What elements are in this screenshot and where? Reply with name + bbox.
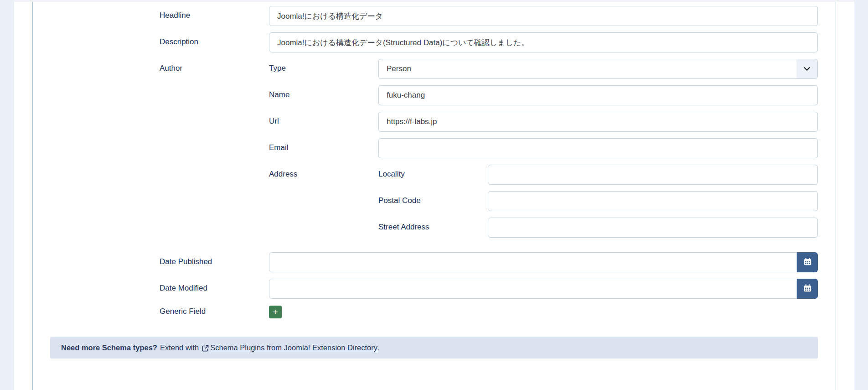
generic-field-label: Generic Field	[160, 305, 269, 318]
field-row-postal-code: Postal Code	[378, 191, 818, 211]
field-row-author-url: Url	[269, 112, 818, 132]
author-email-input[interactable]	[378, 138, 818, 158]
schema-form-card: Headline Description Author Type Person	[32, 2, 836, 390]
field-row-author-type: Type Person	[269, 59, 818, 79]
field-row-generic-field: Generic Field +	[50, 305, 818, 318]
generic-field-add-button[interactable]: +	[269, 306, 282, 318]
locality-input[interactable]	[488, 165, 818, 185]
author-url-label: Url	[269, 112, 378, 132]
schema-types-alert: Need more Schema types? Extend with Sche…	[50, 337, 818, 359]
author-label: Author	[160, 59, 269, 238]
description-input[interactable]	[269, 32, 818, 52]
date-modified-label: Date Modified	[160, 279, 269, 299]
alert-bold-text: Need more Schema types?	[61, 343, 157, 352]
author-type-selected-value: Person	[387, 64, 411, 73]
author-name-label: Name	[269, 85, 378, 105]
date-modified-calendar-button[interactable]	[797, 279, 818, 299]
calendar-icon	[804, 284, 811, 293]
field-group-author: Author Type Person	[50, 59, 818, 238]
chevron-down-icon	[796, 59, 817, 78]
calendar-icon	[804, 258, 811, 267]
field-row-headline: Headline	[50, 6, 818, 26]
author-name-input[interactable]	[378, 85, 818, 105]
date-modified-input[interactable]	[269, 279, 797, 299]
author-email-label: Email	[269, 138, 378, 158]
author-type-label: Type	[269, 59, 378, 79]
street-address-input[interactable]	[488, 218, 818, 238]
postal-code-label: Postal Code	[378, 191, 488, 211]
external-link-icon	[202, 345, 209, 352]
field-row-date-published: Date Published	[50, 252, 818, 272]
alert-text: Extend with	[160, 343, 199, 352]
content-panel: Headline Description Author Type Person	[14, 0, 854, 390]
description-label: Description	[160, 32, 269, 52]
alert-suffix: .	[377, 343, 380, 352]
schema-plugins-link[interactable]: Schema Plugins from Joomla! Extension Di…	[210, 343, 377, 352]
field-row-author-email: Email	[269, 138, 818, 158]
street-address-label: Street Address	[378, 218, 488, 238]
author-type-select[interactable]: Person	[378, 59, 818, 79]
field-row-author-name: Name	[269, 85, 818, 105]
field-group-address: Address Locality Postal Code	[269, 165, 818, 238]
headline-input[interactable]	[269, 6, 818, 26]
date-published-label: Date Published	[160, 252, 269, 272]
plus-icon: +	[273, 306, 278, 318]
field-row-date-modified: Date Modified	[50, 279, 818, 299]
headline-label: Headline	[160, 6, 269, 26]
field-row-description: Description	[50, 32, 818, 52]
top-divider	[14, 0, 854, 2]
locality-label: Locality	[378, 165, 488, 185]
author-url-input[interactable]	[378, 112, 818, 132]
address-label: Address	[269, 165, 378, 238]
postal-code-input[interactable]	[488, 191, 818, 211]
date-published-calendar-button[interactable]	[797, 252, 818, 272]
field-row-street-address: Street Address	[378, 218, 818, 238]
field-row-locality: Locality	[378, 165, 818, 185]
date-published-input[interactable]	[269, 252, 797, 272]
